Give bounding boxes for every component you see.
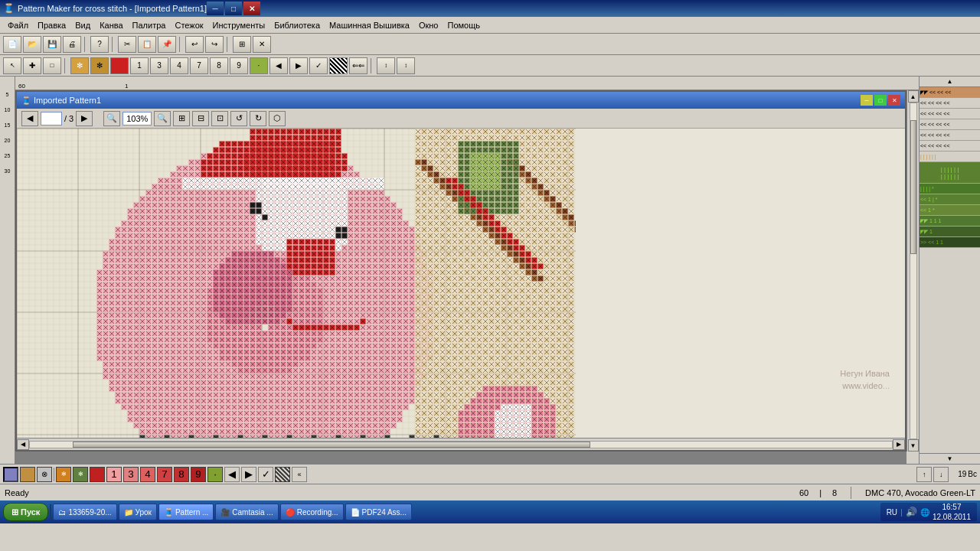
- swatch-2[interactable]: << << << <<: [920, 98, 980, 109]
- next-btn[interactable]: ▶: [289, 57, 308, 74]
- palette-btn-1[interactable]: [3, 467, 18, 482]
- check-btn[interactable]: ✓: [309, 57, 328, 74]
- paste-button[interactable]: 📌: [158, 36, 176, 53]
- menu-edit[interactable]: Правка: [33, 19, 70, 31]
- color-swatch-1[interactable]: 1: [106, 467, 122, 482]
- hatch-btn[interactable]: [275, 467, 290, 482]
- taskbar-btn-3[interactable]: 🧵 Pattern ...: [158, 504, 214, 520]
- num-8[interactable]: 8: [210, 57, 228, 74]
- prev-page-button[interactable]: ◀: [21, 111, 38, 126]
- arrow-right[interactable]: ▶: [241, 467, 256, 482]
- refresh-button[interactable]: ↻: [250, 111, 266, 126]
- stitch-tool-2[interactable]: ✻: [90, 57, 109, 74]
- coord-nav-1[interactable]: ↕: [377, 57, 395, 74]
- taskbar-btn-1[interactable]: 🗂 133659-20...: [53, 504, 116, 520]
- color-btn-green[interactable]: ✻: [73, 467, 88, 482]
- menu-library[interactable]: Библиотека: [270, 19, 325, 31]
- maximize-button[interactable]: □: [225, 2, 242, 15]
- stitch-tool-1[interactable]: ✻: [70, 57, 89, 74]
- menu-palette[interactable]: Палитра: [128, 19, 171, 31]
- prev-btn[interactable]: ◀: [270, 57, 288, 74]
- right-scroll-down[interactable]: ▼: [920, 453, 980, 464]
- swatch-4[interactable]: << << << <<: [920, 119, 980, 130]
- swatch-11[interactable]: << 1 *: [920, 205, 980, 216]
- color-swatch-7[interactable]: 7: [157, 467, 172, 482]
- color-swatch-8[interactable]: 8: [174, 467, 189, 482]
- swatch-13[interactable]: ◤◤ 1: [920, 227, 980, 237]
- swatch-6[interactable]: << << << <<: [920, 141, 980, 152]
- color-red[interactable]: [110, 57, 129, 74]
- save-button[interactable]: 💾: [43, 36, 61, 53]
- num-7[interactable]: 7: [190, 57, 208, 74]
- open-button[interactable]: 📂: [23, 36, 41, 53]
- num-3[interactable]: 3: [150, 57, 168, 74]
- copy-button[interactable]: 📋: [138, 36, 156, 53]
- next-page-button[interactable]: ▶: [76, 111, 93, 126]
- taskbar-btn-2[interactable]: 📁 Урок: [119, 504, 157, 520]
- swatch-8[interactable]: | | | | | || | | | | |: [920, 162, 980, 184]
- new-button[interactable]: 📄: [3, 36, 21, 53]
- swatch-1[interactable]: ◤◤ << << <<: [920, 87, 980, 98]
- scroll-right-button[interactable]: ▶: [893, 439, 905, 450]
- undo-button[interactable]: ↩: [185, 36, 204, 53]
- color-swatch-9[interactable]: 9: [191, 467, 206, 482]
- page-number-input[interactable]: 1: [41, 112, 62, 126]
- swatch-7[interactable]: | | | | | |: [920, 152, 980, 162]
- taskbar-btn-5[interactable]: 🔴 Recording...: [280, 504, 344, 520]
- coord-up[interactable]: ↑: [916, 467, 932, 482]
- fit-height-button[interactable]: ⊟: [192, 111, 209, 126]
- color-btn-red[interactable]: [90, 467, 105, 482]
- scroll-down-button[interactable]: ▼: [908, 439, 919, 452]
- coord-nav-2[interactable]: ↕: [397, 57, 415, 74]
- palette-btn-3[interactable]: ⊗: [37, 467, 52, 482]
- v-scroll-thumb[interactable]: [910, 120, 916, 254]
- h-scrollbar[interactable]: ◀ ▶: [17, 438, 905, 450]
- num-9[interactable]: 9: [230, 57, 248, 74]
- tray-network[interactable]: 🌐: [920, 508, 929, 517]
- rotate-button[interactable]: ↺: [230, 111, 247, 126]
- num-1[interactable]: 1: [130, 57, 149, 74]
- zoom-out-button[interactable]: 🔍: [103, 111, 120, 126]
- color-swatch-4[interactable]: 4: [140, 467, 155, 482]
- start-button[interactable]: ⊞ Пуск: [3, 503, 48, 521]
- menu-view[interactable]: Вид: [70, 19, 95, 31]
- cut-button[interactable]: ✂: [118, 36, 136, 53]
- erase-tool[interactable]: □: [43, 57, 61, 74]
- pattern-canvas[interactable]: Негун Иванаwww.video...: [17, 129, 905, 438]
- help-button[interactable]: ?: [90, 36, 109, 53]
- scroll-up-button[interactable]: ▲: [908, 90, 919, 103]
- v-scrollbar[interactable]: ▲ ▼: [906, 90, 919, 452]
- grid-button[interactable]: ⊞: [233, 36, 251, 53]
- pattern-close[interactable]: ✕: [888, 95, 900, 106]
- menu-help[interactable]: Помощь: [443, 19, 485, 31]
- menu-canvas[interactable]: Канва: [95, 19, 127, 31]
- menu-window[interactable]: Окно: [414, 19, 443, 31]
- arrow-left[interactable]: ◀: [224, 467, 240, 482]
- menu-embroidery[interactable]: Машинная Вышивка: [325, 19, 414, 31]
- double-left-btn[interactable]: «: [292, 467, 307, 482]
- menu-file[interactable]: Файл: [3, 19, 33, 31]
- swatch-12[interactable]: ◤◤ 1 1 1: [920, 216, 980, 227]
- swatch-5[interactable]: << << << <<: [920, 130, 980, 141]
- tray-sound[interactable]: 🔊: [906, 507, 917, 517]
- swatch-10[interactable]: << 1 | *: [920, 194, 980, 205]
- select-tool[interactable]: ↖: [3, 57, 21, 74]
- minimize-button[interactable]: ─: [207, 2, 224, 15]
- redo-button[interactable]: ↪: [205, 36, 224, 53]
- taskbar-btn-4[interactable]: 🎥 Camtasia ...: [215, 504, 278, 520]
- stitch-canvas[interactable]: [17, 129, 576, 438]
- swatch-9[interactable]: | | | | *: [920, 184, 980, 194]
- taskbar-btn-6[interactable]: 📄 PDF24 Ass...: [345, 504, 412, 520]
- color-btn-orange[interactable]: ✻: [56, 467, 71, 482]
- scroll-left-button[interactable]: ◀: [17, 439, 29, 450]
- export-button[interactable]: ⬡: [269, 111, 286, 126]
- color-swatch-3[interactable]: 3: [123, 467, 139, 482]
- color-green-dot[interactable]: ·: [207, 467, 223, 482]
- checkmark-btn[interactable]: ✓: [258, 467, 273, 482]
- scroll-thumb[interactable]: [73, 442, 590, 448]
- move-tool[interactable]: ✚: [23, 57, 41, 74]
- close-button[interactable]: ✕: [243, 2, 260, 15]
- swatch-14[interactable]: >> << 1 1: [920, 237, 980, 248]
- palette-btn-2[interactable]: [20, 467, 35, 482]
- hatch-icon[interactable]: [329, 57, 348, 74]
